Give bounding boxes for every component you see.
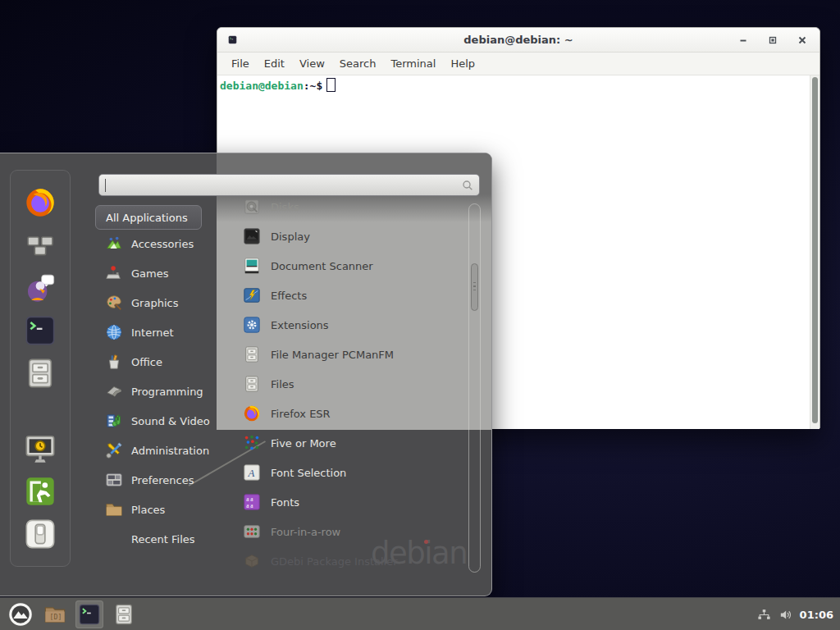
app-item-fonts[interactable]: a aa aFonts (230, 487, 469, 517)
terminal-scrollbar[interactable] (810, 75, 819, 429)
terminal-app-icon (228, 35, 237, 44)
network-icon[interactable] (757, 608, 771, 622)
app-item-file-manager-pcmanfm[interactable]: File Manager PCManFM (230, 340, 469, 369)
category-accessories[interactable]: Accessories (95, 229, 220, 258)
office-icon (105, 353, 123, 371)
category-recent-files[interactable]: Recent Files (95, 524, 220, 554)
favorite-log-out[interactable] (24, 475, 57, 508)
category-all-applications[interactable]: All Applications (95, 205, 202, 230)
window-controls (737, 28, 808, 52)
app-item-font-selection[interactable]: AFont Selection (230, 458, 469, 487)
category-label: Games (131, 267, 168, 280)
terminal-titlebar[interactable]: debian@debian: ~ (217, 28, 819, 52)
app-list-scrollbar[interactable] (468, 203, 481, 573)
category-preferences[interactable]: Preferences (95, 465, 220, 495)
terminal-menu-search[interactable]: Search (332, 57, 384, 70)
category-label: Graphics (131, 297, 178, 309)
app-item-extensions[interactable]: Extensions (230, 310, 469, 340)
favorite-shut-down[interactable] (24, 518, 57, 550)
app-item-label: Fonts (271, 496, 299, 509)
app-item-label: Disks (271, 201, 299, 213)
prompt-user-host: debian@debian (220, 80, 304, 92)
taskbar: [D] 01:06 (0, 597, 840, 630)
fontsel-icon: A (243, 463, 261, 482)
favorite-pidgin[interactable] (24, 272, 57, 304)
minimize-button[interactable] (737, 34, 749, 46)
app-item-disks[interactable]: Disks (230, 192, 469, 221)
prompt-path: :~$ (304, 80, 322, 92)
terminal-menu-terminal[interactable]: Terminal (383, 57, 443, 70)
terminal-menu-view[interactable]: View (292, 57, 332, 70)
taskbar-menu-button[interactable] (7, 600, 34, 628)
app-item-display[interactable]: Display (230, 221, 469, 251)
svg-text:A: A (247, 468, 254, 479)
app-item-firefox-esr[interactable]: Firefox ESR (230, 399, 469, 428)
programming-icon (105, 382, 123, 400)
app-item-label: Document Scanner (271, 260, 373, 272)
app-item-document-scanner[interactable]: Document Scanner (230, 251, 469, 281)
category-label: Accessories (131, 238, 194, 250)
app-item-label: File Manager PCManFM (271, 349, 394, 361)
category-label: Office (131, 356, 162, 368)
terminal-menu-edit[interactable]: Edit (257, 57, 292, 70)
app-item-label: Files (271, 378, 294, 390)
fourinarow-icon (243, 523, 261, 541)
app-item-label: Extensions (271, 319, 329, 331)
terminal-cursor (326, 78, 336, 92)
maximize-button[interactable] (767, 34, 778, 46)
volume-icon[interactable] (778, 608, 792, 622)
search-icon (461, 179, 474, 192)
application-list: DisksDisplayDocument ScannerEffectsExten… (230, 192, 469, 576)
category-graphics[interactable]: Graphics (95, 288, 220, 317)
favorite-firefox[interactable] (24, 186, 57, 219)
app-list-scrollbar-thumb[interactable] (471, 263, 478, 311)
places-icon (105, 500, 123, 518)
window-title: debian@debian: ~ (217, 34, 819, 46)
category-games[interactable]: Games (95, 258, 220, 288)
terminal-menu-file[interactable]: File (224, 57, 257, 70)
firefox-icon (243, 404, 261, 422)
text-caret (105, 179, 106, 192)
system-tray: 01:06 (757, 598, 833, 630)
graphics-icon (105, 294, 123, 312)
category-internet[interactable]: Internet (95, 317, 220, 347)
internet-icon (105, 323, 123, 341)
favorite-file-manager[interactable] (24, 357, 57, 390)
category-list: AccessoriesGamesGraphicsInternetOfficePr… (95, 229, 220, 554)
category-office[interactable]: Office (95, 347, 220, 377)
app-item-gdebi-package-installer[interactable]: GDebi Package Installer (230, 546, 469, 576)
disks-icon (243, 198, 261, 216)
extensions-icon (243, 316, 261, 334)
app-item-five-or-more[interactable]: Five or More (230, 428, 469, 458)
clock[interactable]: 01:06 (800, 609, 833, 621)
favorites-column (10, 170, 71, 567)
fiveormore-icon (243, 434, 261, 452)
app-item-label: Font Selection (271, 467, 346, 479)
app-item-effects[interactable]: Effects (230, 281, 469, 310)
close-button[interactable] (797, 34, 808, 46)
category-sound-video[interactable]: Sound & Video (95, 406, 220, 436)
all-applications-label: All Applications (106, 212, 188, 224)
taskbar-terminal-button[interactable] (75, 600, 103, 628)
fonts-icon: a aa a (243, 493, 261, 511)
cabinet-icon (243, 345, 261, 363)
terminal-menu-help[interactable]: Help (443, 57, 482, 70)
preferences-icon (105, 471, 123, 489)
app-item-four-in-a-row[interactable]: Four-in-a-row (230, 517, 469, 546)
cabinet-icon (112, 603, 135, 626)
favorite-software[interactable] (24, 229, 57, 262)
favorite-terminal[interactable] (24, 314, 57, 347)
favorite-lock-screen[interactable] (24, 432, 57, 465)
category-places[interactable]: Places (95, 495, 220, 524)
terminal-scrollbar-thumb[interactable] (812, 77, 818, 423)
gdebi-icon (243, 552, 261, 570)
category-label: Recent Files (131, 533, 195, 546)
category-label: Administration (131, 445, 209, 457)
desktop: debian@debian: ~ FileEditViewSearchTermi… (0, 0, 840, 630)
taskbar-file-manager-button[interactable]: [D] (41, 600, 69, 628)
app-item-files[interactable]: Files (230, 369, 469, 399)
app-item-label: Firefox ESR (271, 408, 331, 420)
category-administration[interactable]: Administration (95, 436, 220, 465)
category-programming[interactable]: Programming (95, 377, 220, 406)
taskbar-files-button[interactable] (110, 600, 138, 628)
